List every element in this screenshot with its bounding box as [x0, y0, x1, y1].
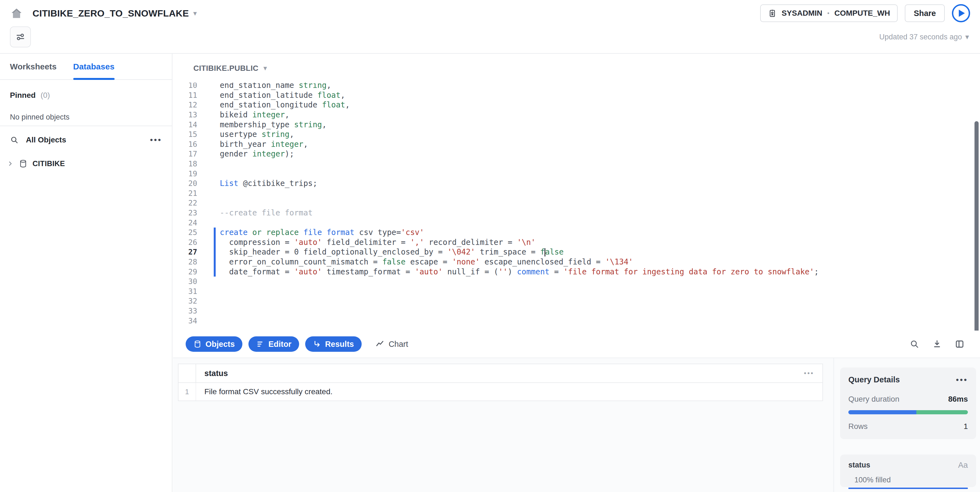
worksheet-title: CITIBIKE_ZERO_TO_SNOWFLAKE [32, 8, 189, 19]
objects-button-label: Objects [205, 340, 235, 349]
code-line[interactable]: 13bikeid integer, [173, 110, 980, 120]
tab-worksheets[interactable]: Worksheets [10, 54, 57, 80]
download-icon[interactable] [932, 339, 942, 349]
text-type-indicator: Aa [958, 460, 968, 470]
sidebar-item-citibike-db[interactable]: CITIBIKE [0, 155, 172, 172]
code-line[interactable]: 34 [173, 316, 980, 326]
role-label: SYSADMIN [782, 9, 822, 18]
context-separator: • [827, 10, 829, 17]
duration-bar-green [916, 410, 968, 414]
editor-scrollbar[interactable] [975, 121, 978, 357]
code-text: gender integer); [220, 149, 294, 158]
line-number: 26 [173, 238, 197, 247]
code-line[interactable]: 25create or replace file format csv type… [173, 228, 980, 237]
code-line[interactable]: 31 [173, 286, 980, 296]
results-area: status ••• 1 File format CSV successfull… [173, 358, 834, 492]
chart-tab-label: Chart [389, 340, 408, 349]
line-number: 24 [173, 218, 197, 227]
code-line[interactable]: 33 [173, 306, 980, 316]
search-results-icon[interactable] [910, 339, 920, 349]
code-line[interactable]: 14membership_type string, [173, 119, 980, 129]
rows-value: 1 [964, 422, 968, 431]
code-line[interactable]: 26 compression = 'auto' field_delimiter … [173, 237, 980, 247]
line-number: 16 [173, 140, 197, 148]
code-line[interactable]: 29 date_format = 'auto' timestamp_format… [173, 267, 980, 277]
code-line[interactable]: 24 [173, 218, 980, 228]
filters-button[interactable] [10, 27, 31, 48]
editor-button[interactable]: Editor [248, 336, 299, 352]
code-text: error_on_column_count_mismatch = false e… [220, 257, 633, 266]
worksheet-title-caret-icon[interactable]: ▾ [193, 9, 197, 18]
all-objects-menu-icon[interactable]: ••• [150, 139, 162, 141]
results-button[interactable]: Results [305, 336, 362, 352]
code-line[interactable]: 17gender integer); [173, 149, 980, 159]
code-line[interactable]: 11end_station_latitude float, [173, 90, 980, 100]
line-number: 10 [173, 83, 197, 89]
line-number: 32 [173, 297, 197, 305]
updated-text: Updated 37 seconds ago [879, 33, 962, 41]
query-details-card: Query Details ••• Query duration 86ms Ro… [840, 368, 976, 439]
code-line[interactable]: 18 [173, 159, 980, 169]
code-line[interactable]: 12end_station_longitude float, [173, 100, 980, 110]
code-text: birth_year integer, [220, 140, 308, 149]
code-lines: 10end_station_name string,11end_station_… [173, 83, 980, 326]
database-schema-selector[interactable]: CITIBIKE.PUBLIC ▾ [193, 64, 267, 73]
line-number: 30 [173, 277, 197, 286]
editor-button-label: Editor [268, 340, 291, 349]
line-number: 12 [173, 100, 197, 109]
code-line[interactable]: 27 skip_header = 0 field_optionally_encl… [173, 247, 980, 257]
updated-status[interactable]: Updated 37 seconds ago ▾ [879, 32, 969, 41]
query-duration-value: 86ms [948, 395, 968, 404]
status-column-header[interactable]: status ••• [196, 364, 822, 382]
code-line[interactable]: 23--create file format [173, 208, 980, 218]
query-duration-label: Query duration [848, 395, 899, 404]
pinned-label: Pinned [10, 91, 35, 99]
sql-editor[interactable]: 10end_station_name string,11end_station_… [173, 83, 980, 331]
tab-databases[interactable]: Databases [73, 54, 115, 80]
code-line[interactable]: 21 [173, 188, 980, 198]
code-text: create or replace file format csv type='… [220, 228, 424, 237]
code-text: end_station_name string, [220, 83, 331, 90]
line-number: 21 [173, 189, 197, 197]
context-selector[interactable]: SYSADMIN • COMPUTE_WH [760, 5, 898, 22]
home-button[interactable] [10, 6, 23, 20]
share-button[interactable]: Share [905, 5, 945, 22]
chevron-right-icon [6, 160, 14, 167]
sidebar-tabs: Worksheets Databases [0, 54, 172, 80]
split-pane-icon[interactable] [955, 339, 964, 349]
pinned-section: Pinned (0) No pinned objects [0, 80, 172, 126]
results-arrow-icon [313, 340, 321, 348]
code-line[interactable]: 15usertype string, [173, 129, 980, 139]
results-button-label: Results [325, 340, 354, 349]
query-details-menu-icon[interactable]: ••• [956, 379, 968, 381]
code-line[interactable]: 19 [173, 169, 980, 178]
code-text: end_station_latitude float, [220, 91, 345, 100]
search-icon [10, 135, 19, 144]
code-line[interactable]: 20List @citibike_trips; [173, 178, 980, 188]
query-details-panel: Query Details ••• Query duration 86ms Ro… [834, 358, 980, 492]
code-line[interactable]: 32 [173, 296, 980, 306]
run-button[interactable] [952, 4, 970, 22]
all-objects-row[interactable]: All Objects ••• [0, 126, 172, 144]
snowsight-worksheet-app: CITIBIKE_ZERO_TO_SNOWFLAKE ▾ SYSADMIN • … [0, 0, 980, 492]
table-row[interactable]: 1 File format CSV successfully created. [178, 383, 822, 401]
status-column-card[interactable]: status Aa 100% filled [840, 455, 976, 487]
line-number: 19 [173, 169, 197, 178]
code-line[interactable]: 16birth_year integer, [173, 139, 980, 149]
chart-tab[interactable]: Chart [375, 340, 408, 349]
line-number: 25 [173, 228, 197, 237]
objects-button[interactable]: Objects [186, 336, 242, 352]
status-column-label: status [204, 369, 228, 378]
code-line[interactable]: 10end_station_name string, [173, 83, 980, 90]
code-line[interactable]: 30 [173, 277, 980, 287]
code-line[interactable]: 28 error_on_column_count_mismatch = fals… [173, 257, 980, 267]
code-line[interactable]: 22 [173, 198, 980, 208]
line-number: 17 [173, 150, 197, 158]
line-number: 34 [173, 317, 197, 325]
database-name: CITIBIKE [32, 159, 65, 168]
role-badge-icon [768, 9, 777, 18]
column-menu-icon[interactable]: ••• [804, 372, 814, 375]
updated-caret-icon: ▾ [965, 32, 969, 41]
top-bar: CITIBIKE_ZERO_TO_SNOWFLAKE ▾ SYSADMIN • … [0, 0, 980, 54]
line-number: 29 [173, 267, 197, 276]
